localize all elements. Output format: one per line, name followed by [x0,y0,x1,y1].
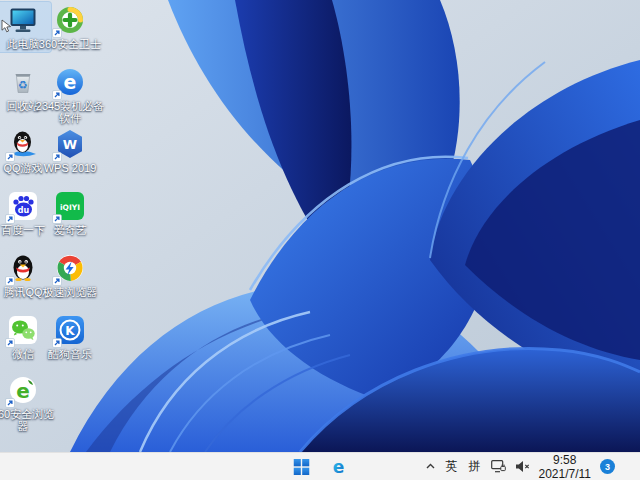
ime-language-indicator[interactable]: 英 [445,458,459,475]
desktop-icon-label: 360安全浏览器 [0,408,54,432]
svg-text:e: e [16,379,30,403]
e2345-icon: e [54,66,86,98]
desktop-icon-label: 此电脑 [7,38,40,50]
shortcut-arrow-icon [5,214,15,224]
mouse-cursor-icon [1,19,14,33]
clock-date: 2021/7/11 [539,467,592,480]
desktop-icon-label: 微信 [12,348,34,360]
shortcut-arrow-icon [52,28,62,38]
windows-logo-icon [294,459,310,475]
safe360-icon [54,4,86,36]
ime-pinyin-indicator[interactable]: 拼 [468,458,482,475]
svg-text:K: K [65,324,75,338]
clock-time: 9:58 [553,453,576,467]
desktop: 此电脑360安全卫士♻回收站e2345装机必备软件QQ游戏WWPS 2019du… [0,0,640,480]
qq-icon [7,252,39,284]
kugou-icon: K [54,314,86,346]
svg-text:W: W [63,137,77,152]
svg-text:iQIYI: iQIYI [60,203,80,212]
speaker-muted-icon [515,460,530,473]
desktop-icon-label: 极速浏览器 [43,286,98,298]
volume-tray-button[interactable] [515,460,530,473]
desktop-icon-speed-browser[interactable]: 极速浏览器 [42,250,98,300]
qqgame-icon [7,128,39,160]
network-icon [491,460,506,473]
desktop-icon-label: WPS 2019 [44,162,97,174]
svg-text:e: e [64,71,77,93]
desktop-icon-iqiyi[interactable]: iQIYI爱奇艺 [42,188,98,238]
desktop-icon-360-browser[interactable]: e360安全浏览器 [0,372,51,434]
desktop-icon-label: 百度一下 [1,224,45,236]
desktop-icon-label: 爱奇艺 [54,224,87,236]
desktop-icon-grid: 此电脑360安全卫士♻回收站e2345装机必备软件QQ游戏WWPS 2019du… [0,0,640,452]
iqiyi-icon: iQIYI [54,190,86,222]
shortcut-arrow-icon [52,276,62,286]
desktop-icon-label: 酷狗音乐 [48,348,92,360]
chevron-up-icon [425,461,436,472]
chrome-icon [54,252,86,284]
network-tray-button[interactable] [491,460,506,473]
shortcut-arrow-icon [52,214,62,224]
svg-text:du: du [18,206,30,215]
notification-badge[interactable]: 3 [600,459,615,474]
clock[interactable]: 9:58 2021/7/11 [539,453,592,480]
desktop-icon-label: 腾讯QQ [3,286,42,298]
desktop-icon-kugou-music[interactable]: K酷狗音乐 [42,312,98,362]
wechat-icon [7,314,39,346]
edge-icon: e [330,458,348,476]
desktop-icon-2345-software[interactable]: e2345装机必备软件 [42,64,98,126]
taskbar: e 英 拼 [0,452,640,480]
shortcut-arrow-icon [52,152,62,162]
baidu-icon: du [7,190,39,222]
svg-text:♻: ♻ [18,79,28,92]
wps-icon: W [54,128,86,160]
desktop-icon-label: QQ游戏 [3,162,42,174]
desktop-icon-wps-2019[interactable]: WWPS 2019 [42,126,98,176]
shortcut-arrow-icon [52,90,62,100]
desktop-icon-label: 2345装机必备软件 [36,100,104,124]
start-button[interactable] [290,455,314,479]
shortcut-arrow-icon [5,276,15,286]
shortcut-arrow-icon [5,338,15,348]
hidden-icons-chevron[interactable] [425,461,436,472]
svg-text:e: e [333,458,345,476]
edge-taskbar-button[interactable]: e [327,455,351,479]
desktop-icon-label: 360安全卫士 [39,38,101,50]
desktop-icon-360-safe[interactable]: 360安全卫士 [42,2,98,52]
shortcut-arrow-icon [52,338,62,348]
shortcut-arrow-icon [5,152,15,162]
browser360-icon: e [7,374,39,406]
desktop-icon-label: 回收站 [7,100,40,112]
system-tray: 英 拼 9:58 2021/7/11 3 [425,453,640,480]
shortcut-arrow-icon [5,398,15,408]
taskbar-center-group: e [290,453,351,480]
recycle-icon: ♻ [7,66,39,98]
